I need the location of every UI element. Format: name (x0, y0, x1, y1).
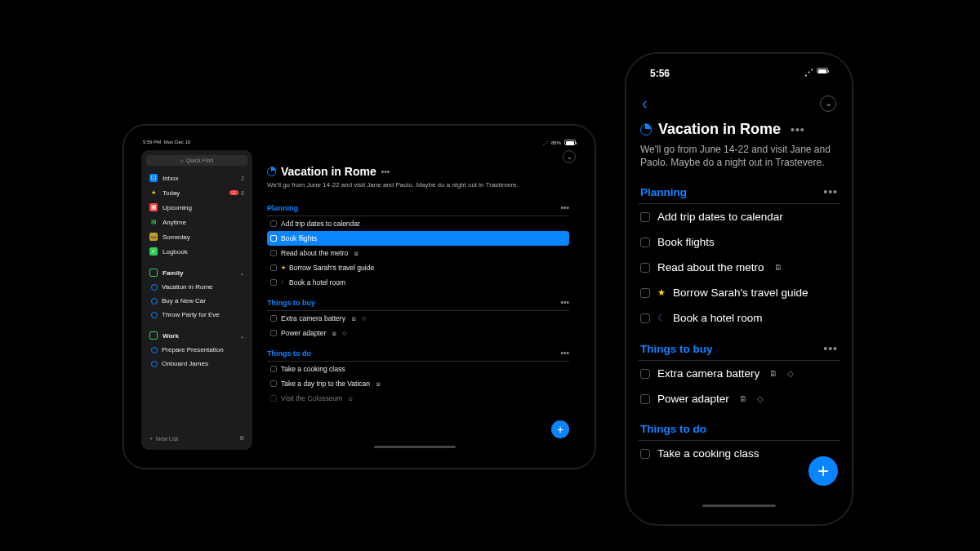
sidebar-item-today[interactable]: ★ Today 1 8 (145, 185, 249, 200)
task-row[interactable]: ★Borrow Sarah's travel guide (267, 260, 569, 275)
project-notes[interactable]: We'll go from June 14-22 and visit Jane … (639, 143, 840, 180)
task-row[interactable]: Power adapter🗎◇ (267, 326, 569, 340)
area-header-family[interactable]: Family ⌄ (145, 265, 249, 280)
checkbox[interactable] (270, 380, 277, 387)
task-row[interactable]: Book flights (639, 229, 840, 255)
plus-icon[interactable]: + (149, 436, 153, 442)
checkbox[interactable] (270, 279, 277, 286)
checkbox[interactable] (270, 264, 277, 271)
section-heading[interactable]: Things to buy••• (639, 337, 840, 361)
add-task-button[interactable]: + (808, 456, 838, 486)
moon-icon: ☾ (657, 313, 666, 323)
task-title: Read about the metro (281, 249, 348, 257)
note-icon: 🗎 (348, 396, 354, 402)
sidebar-project-onboard[interactable]: Onboard James (145, 357, 249, 371)
task-title: Take a cooking class (657, 447, 760, 460)
task-row[interactable]: Take a day trip to the Vatican🗎 (267, 376, 569, 391)
checkbox[interactable] (270, 395, 277, 402)
section-heading[interactable]: Planning••• (267, 200, 569, 216)
phone-device: 5:56 ⋰ ‹ ⌄ Vacation in Rome ••• We'll go… (625, 52, 853, 526)
tag-icon: ◇ (362, 315, 366, 322)
project-title[interactable]: Vacation in Rome (281, 165, 376, 178)
task-row[interactable]: Add trip dates to calendar (267, 216, 569, 231)
sidebar-item-label: Inbox (163, 175, 241, 182)
note-icon: 🗎 (739, 394, 747, 403)
tag-icon: ◇ (757, 394, 764, 403)
task-row[interactable]: ☾Book a hotel room (267, 275, 569, 290)
plus-icon: + (817, 461, 829, 481)
area-name: Family (163, 269, 183, 277)
task-row[interactable]: Add trip dates to calendar (639, 204, 840, 229)
checkbox[interactable] (640, 263, 650, 273)
more-icon[interactable]: ••• (560, 203, 569, 212)
sidebar-item-label: Anytime (163, 219, 244, 226)
more-icon[interactable]: ••• (381, 167, 390, 176)
checkbox[interactable] (270, 235, 277, 242)
project-detail: ⌄ Vacation in Rome ••• We'll go from Jun… (252, 150, 577, 450)
checkbox[interactable] (270, 330, 277, 336)
project-notes[interactable]: We'll go from June 14-22 and visit Jane … (267, 181, 569, 189)
task-row[interactable]: Read about the metro🗎 (639, 255, 840, 280)
sidebar-item-upcoming[interactable]: ▦ Upcoming (145, 200, 249, 215)
checkbox[interactable] (270, 220, 277, 227)
add-task-button[interactable]: + (551, 420, 569, 438)
task-title: Take a day trip to the Vatican (281, 380, 370, 388)
project-title[interactable]: Vacation in Rome (658, 121, 781, 138)
checkbox[interactable] (640, 394, 650, 404)
task-row[interactable]: Read about the metro🗎 (267, 246, 569, 260)
checkbox[interactable] (270, 366, 277, 372)
sidebar-project-presentation[interactable]: Prepare Presentation (145, 343, 249, 357)
sidebar-project-party[interactable]: Throw Party for Eve (145, 308, 249, 322)
new-list-button[interactable]: New List (156, 436, 178, 442)
home-indicator (374, 446, 456, 448)
sidebar-project-vacation[interactable]: Vacation in Rome (145, 280, 249, 294)
sidebar-project-car[interactable]: Buy a New Car (145, 294, 249, 308)
checkbox[interactable] (640, 212, 650, 222)
checkbox[interactable] (640, 369, 650, 379)
task-title: Read about the metro (657, 261, 764, 273)
task-row[interactable]: Visit the Colosseum🗎 (267, 391, 569, 406)
checkbox[interactable] (640, 288, 650, 298)
sidebar-item-inbox[interactable]: ☐ Inbox 2 (145, 171, 249, 185)
task-row[interactable]: Take a cooking class (267, 362, 569, 376)
section-heading[interactable]: Things to do (639, 418, 840, 441)
calendar-icon: ▦ (149, 203, 158, 211)
task-row[interactable]: Power adapter🗎◇ (639, 386, 840, 411)
task-row[interactable]: Take a cooking class (639, 441, 840, 466)
task-row[interactable]: ★Borrow Sarah's travel guide (639, 280, 840, 305)
sidebar-item-anytime[interactable]: ▤ Anytime (145, 215, 249, 229)
task-row[interactable]: Extra camera battery🗎◇ (639, 361, 840, 386)
task-row[interactable]: Book flights (267, 231, 569, 246)
more-icon[interactable]: ••• (791, 123, 805, 136)
task-row[interactable]: Extra camera battery🗎◇ (267, 311, 569, 326)
section-heading[interactable]: Things to do••• (267, 345, 569, 362)
section-heading[interactable]: Planning••• (639, 180, 840, 204)
nav-bar: ‹ ⌄ (639, 94, 840, 121)
more-icon[interactable]: ••• (560, 349, 569, 358)
task-title: Add trip dates to calendar (657, 211, 783, 223)
heading-label: Planning (640, 186, 687, 198)
quick-find[interactable]: ⌕ Quick Find (146, 155, 247, 166)
collapse-button[interactable]: ⌄ (563, 150, 576, 163)
checkbox[interactable] (270, 315, 277, 322)
checkbox[interactable] (640, 449, 650, 459)
sidebar-item-logbook[interactable]: ✓ Logbook (145, 244, 249, 259)
more-icon[interactable]: ••• (823, 342, 838, 355)
task-title: Take a cooking class (281, 365, 345, 373)
sidebar-item-someday[interactable]: ▭ Someday (145, 229, 249, 244)
gear-icon[interactable]: ⚙ (239, 435, 244, 442)
checkbox[interactable] (640, 238, 650, 247)
sidebar-item-label: Today (163, 189, 229, 197)
checkbox[interactable] (270, 250, 277, 256)
more-icon[interactable]: ••• (823, 185, 838, 198)
more-icon[interactable]: ••• (560, 298, 569, 307)
section-heading[interactable]: Things to buy••• (267, 295, 569, 311)
checkbox[interactable] (640, 313, 650, 323)
area-name: Work (163, 332, 179, 340)
chevron-down-icon: ⌄ (240, 270, 244, 276)
sidebar-footer: + New List ⚙ (145, 432, 249, 445)
task-row[interactable]: ☾Book a hotel room (639, 305, 840, 331)
back-button[interactable]: ‹ (642, 94, 648, 113)
collapse-button[interactable]: ⌄ (820, 96, 836, 112)
area-header-work[interactable]: Work ⌄ (145, 328, 249, 343)
